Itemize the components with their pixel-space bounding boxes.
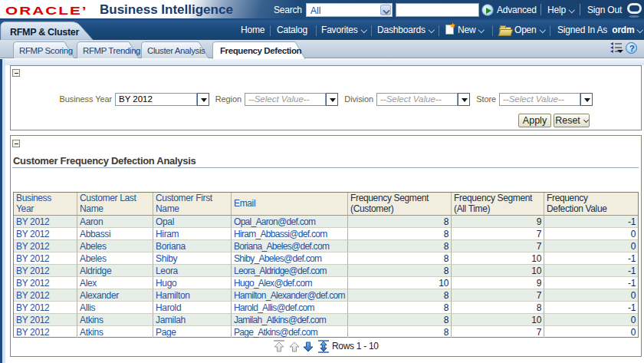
svg-text:Frequency Defection: Frequency Defection (220, 46, 302, 55)
svg-text:RFMP Trending: RFMP Trending (83, 46, 140, 55)
svg-text:RFMP & Cluster: RFMP & Cluster (10, 27, 79, 38)
svg-text:RFMP Scoring: RFMP Scoring (19, 46, 73, 55)
svg-text:Cluster Analysis: Cluster Analysis (147, 46, 205, 55)
